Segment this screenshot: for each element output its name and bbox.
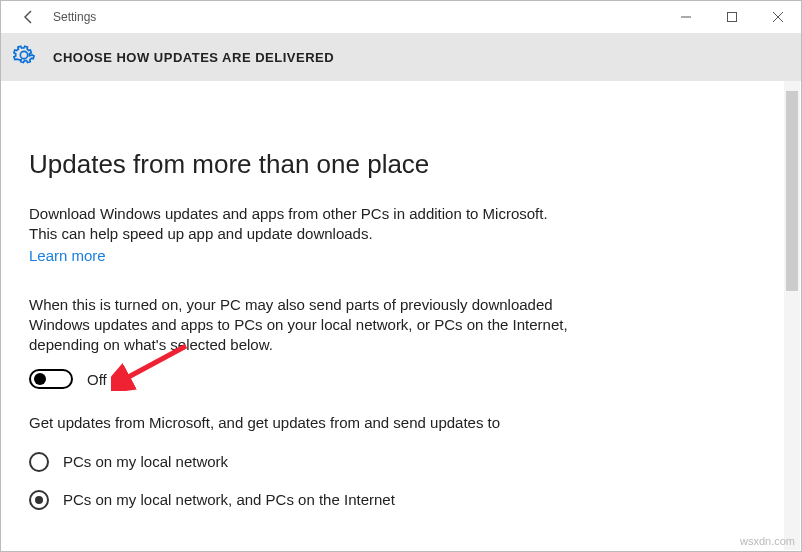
learn-more-link[interactable]: Learn more <box>29 247 106 264</box>
maximize-button[interactable] <box>709 1 755 33</box>
toggle-row: Off <box>29 369 773 389</box>
minimize-button[interactable] <box>663 1 709 33</box>
radio-local-and-internet[interactable] <box>29 490 49 510</box>
back-button[interactable] <box>9 1 49 33</box>
titlebar: Settings <box>1 1 801 33</box>
toggle-state-label: Off <box>87 371 107 388</box>
window-controls <box>663 1 801 33</box>
watermark: wsxdn.com <box>740 535 795 547</box>
scrollbar-track[interactable] <box>784 81 800 550</box>
scrollbar-thumb[interactable] <box>786 91 798 291</box>
subheader: CHOOSE HOW UPDATES ARE DELIVERED <box>1 33 801 81</box>
radio-label-internet: PCs on my local network, and PCs on the … <box>63 491 395 508</box>
description-2: When this is turned on, your PC may also… <box>29 295 569 356</box>
svg-rect-1 <box>728 13 737 22</box>
description-1: Download Windows updates and apps from o… <box>29 204 569 245</box>
radio-local-network[interactable] <box>29 452 49 472</box>
radio-row-local: PCs on my local network <box>29 452 773 472</box>
close-icon <box>773 12 783 22</box>
options-intro: Get updates from Microsoft, and get upda… <box>29 413 569 433</box>
page-title: Updates from more than one place <box>29 149 773 180</box>
close-button[interactable] <box>755 1 801 33</box>
app-title: Settings <box>53 10 96 24</box>
radio-label-local: PCs on my local network <box>63 453 228 470</box>
subheader-title: CHOOSE HOW UPDATES ARE DELIVERED <box>53 50 334 65</box>
delivery-toggle[interactable] <box>29 369 73 389</box>
radio-row-internet: PCs on my local network, and PCs on the … <box>29 490 773 510</box>
arrow-left-icon <box>21 9 37 25</box>
content-area: Updates from more than one place Downloa… <box>1 81 801 530</box>
toggle-knob <box>34 373 46 385</box>
gear-icon <box>13 44 35 70</box>
minimize-icon <box>681 12 691 22</box>
maximize-icon <box>727 12 737 22</box>
